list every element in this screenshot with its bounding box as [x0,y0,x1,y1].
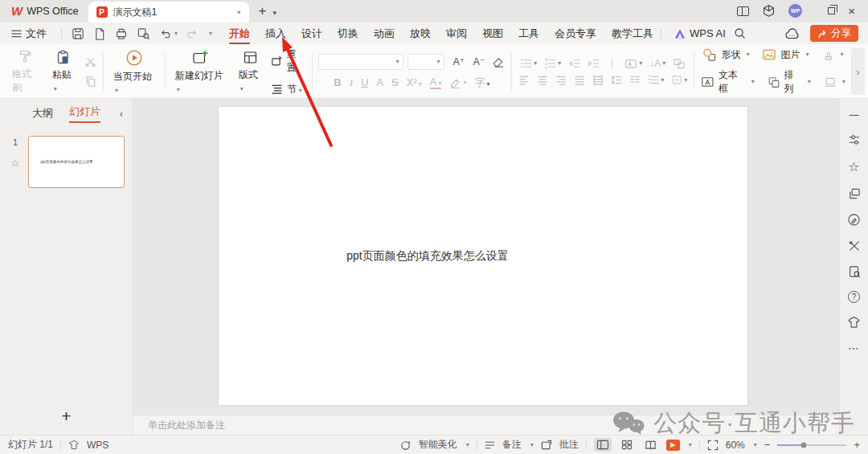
font-name-combobox[interactable]: ▾ [318,54,403,70]
italic-button[interactable]: I [350,76,353,89]
ribbon-expand-button[interactable]: › [851,48,865,95]
numbering-button[interactable]: ▾ [544,58,561,69]
menu-tab-review[interactable]: 审阅 [444,23,469,44]
signature-pen-icon[interactable] [847,213,861,227]
properties-sliders-icon[interactable] [848,133,861,146]
cut-icon[interactable] [84,55,96,67]
justify-icon[interactable] [574,75,585,85]
menu-tab-tools[interactable]: 工具 [516,23,542,44]
clear-format-icon[interactable] [492,55,505,67]
favorites-star-icon[interactable]: ☆ [848,159,859,174]
document-tab[interactable]: P 演示文稿1 • [88,2,249,22]
redo-icon[interactable] [186,28,199,39]
star-icon[interactable]: ☆ [11,157,20,169]
textbox-button[interactable]: 文本框▾ [701,68,754,96]
highlight-button[interactable]: ▾ [449,77,466,88]
menu-tab-membership[interactable]: 会员专享 [552,23,599,44]
zoom-out-button[interactable]: − [764,439,771,451]
tab-outline[interactable]: 大纲 [32,106,53,121]
screen-record-button[interactable]: ▾ [824,68,845,96]
restore-window-button[interactable] [828,7,835,14]
font-color-button[interactable]: A▾ [430,76,442,89]
numbering-format-button[interactable]: ▾ [648,75,664,85]
view-reading-button[interactable] [642,438,659,452]
toolbox-icon[interactable] [848,239,861,252]
slide-thumbnail[interactable]: ppt页面颜色的填充效果怎么设置 [28,136,125,188]
toolbar-options-chevron-icon[interactable]: ▾ [209,31,212,37]
shapes-button[interactable]: 形状▾ [702,48,749,62]
bullets-button[interactable]: ▾ [520,58,537,69]
layout-button[interactable]: 版式▾ [235,49,265,94]
text-direction-button[interactable]: ↓A▾ [649,58,665,69]
search-icon[interactable] [734,27,746,39]
distribute-icon[interactable] [592,75,604,85]
skin-cube-icon[interactable] [762,4,776,18]
material-library-icon[interactable] [848,187,861,200]
copy-icon[interactable] [84,76,96,88]
menu-tab-home[interactable]: 开始 [227,23,252,44]
share-button[interactable]: 分享 [810,25,858,42]
play-from-current-button[interactable]: 当页开始▾ [110,48,158,96]
decrease-indent-icon[interactable] [568,58,580,69]
format-painter-button[interactable]: 格式刷 [9,48,43,96]
increase-indent-icon[interactable] [588,58,600,69]
save-icon[interactable] [72,27,84,40]
slide-text[interactable]: ppt页面颜色的填充效果怎么设置 [346,249,508,264]
panel-collapse-icon[interactable]: ‹ [120,108,123,120]
menu-tab-insert[interactable]: 插入 [263,23,289,44]
collapse-ribbon-button[interactable]: — [850,109,859,121]
bold-button[interactable]: B [334,76,341,88]
notes-bar[interactable]: 单击此处添加备注 [133,415,839,435]
wps-template-icon[interactable] [847,316,861,329]
zoom-slider[interactable] [777,444,846,446]
columns-icon[interactable] [629,75,641,85]
menu-tab-animation[interactable]: 动画 [371,23,397,44]
slideshow-play-button[interactable]: ▶ [666,440,680,451]
strikethrough-button[interactable]: S [391,76,399,88]
slide-page[interactable]: ppt页面颜色的填充效果怎么设置 [219,107,747,405]
menu-tab-teaching-tools[interactable]: 教学工具 [609,23,656,44]
slide-canvas[interactable]: ppt页面颜色的填充效果怎么设置 [133,99,839,415]
menu-tab-slideshow[interactable]: 放映 [407,23,433,44]
menu-tab-view[interactable]: 视图 [480,23,506,44]
font-size-combobox[interactable]: ▾ [407,54,444,70]
add-slide-button[interactable]: + [0,398,133,435]
text-highlight-box-button[interactable]: ▾ [624,59,642,69]
new-tab-button[interactable]: + [249,3,270,22]
reset-button[interactable]: 重置 [271,47,305,75]
arrange-button[interactable]: 排列▾ [768,68,811,96]
text-effect-button[interactable]: 字▾ [475,76,490,90]
line-spacing-icon[interactable] [611,75,622,85]
paste-button[interactable]: 粘贴▾ [49,49,78,94]
new-slide-button[interactable]: 新建幻灯片▾ [172,49,229,95]
fit-to-window-icon[interactable] [707,440,719,451]
user-avatar[interactable]: WP [788,4,802,18]
zoom-level-button[interactable]: 60% ▾ [726,440,757,451]
cloud-sync-icon[interactable] [784,27,800,39]
convert-smartart-icon[interactable] [673,58,686,69]
underline-button[interactable]: U [361,76,368,88]
decrease-font-button[interactable]: A⁻ [473,55,485,67]
close-button[interactable]: × [848,5,855,17]
more-options-icon[interactable]: ⋯ [848,342,860,354]
increase-font-button[interactable]: A⁺ [452,55,465,67]
tab-list-chevron-icon[interactable]: ▾ [269,9,276,22]
document-search-icon[interactable] [848,265,861,278]
picture-button[interactable]: 图片▾ [762,48,809,62]
wps-ai-button[interactable]: WPS AI [674,27,726,39]
align-left-icon[interactable] [518,75,530,85]
wps-status-label[interactable]: WPS [87,440,108,451]
menu-tab-transition[interactable]: 切换 [335,23,361,44]
help-icon[interactable]: ? [848,291,860,303]
notes-toggle-button[interactable]: 备注 ▾ [485,438,534,452]
menu-tab-design[interactable]: 设计 [299,23,325,44]
split-window-icon[interactable] [737,6,749,16]
export-pdf-icon[interactable] [93,27,106,40]
print-icon[interactable] [115,27,128,40]
text-align-vertical-button[interactable]: ▾ [671,75,687,85]
comments-button[interactable]: 批注 [541,438,579,452]
tab-slides[interactable]: 幻灯片 [69,104,100,123]
undo-button[interactable]: ▾ [159,28,178,39]
superscript-button[interactable]: X²▾ [407,76,422,88]
file-menu-button[interactable]: 文件 [0,27,56,41]
